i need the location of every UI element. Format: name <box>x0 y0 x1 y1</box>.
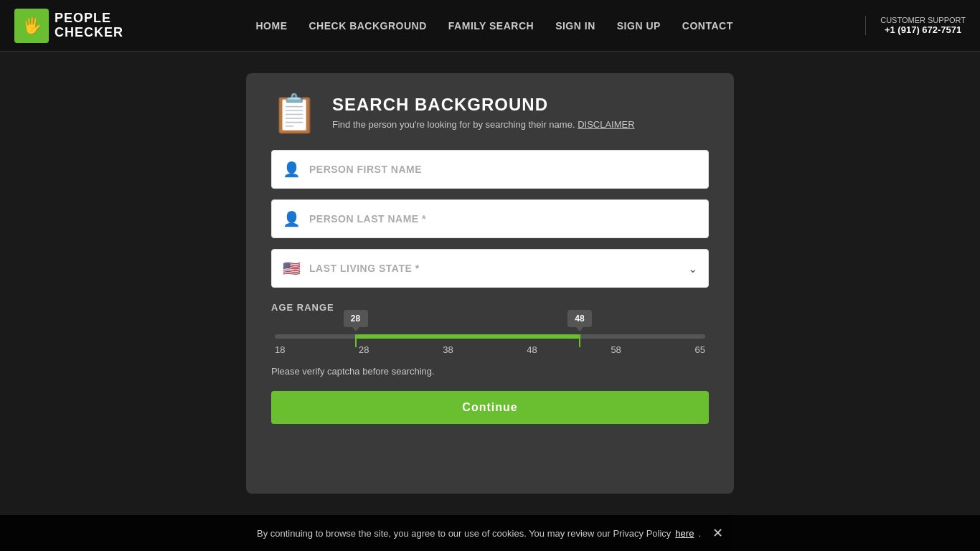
slider-thumb-min[interactable]: 28 <box>344 310 368 327</box>
person-icon-1: 👤 <box>283 161 301 178</box>
first-name-input[interactable] <box>309 164 697 175</box>
logo-text: PEOPLE CHECKER <box>55 11 123 40</box>
search-card: 📋 SEARCH BACKGROUND Find the person you'… <box>246 73 734 494</box>
support-phone: +1 (917) 672-7571 <box>885 24 961 35</box>
thumb-line-left <box>355 334 357 347</box>
disclaimer-link[interactable]: DISCLAIMER <box>578 119 634 130</box>
continue-button[interactable]: Continue <box>271 391 709 424</box>
nav-sign-in[interactable]: SIGN IN <box>555 20 595 32</box>
cookie-close-button[interactable]: ✕ <box>712 527 723 540</box>
cookie-period: . <box>698 528 701 539</box>
nav-family-search[interactable]: FAMILY SEARCH <box>448 20 534 32</box>
card-subtitle: Find the person you're looking for by se… <box>332 119 635 130</box>
nav-links: HOME CHECK BACKGROUND FAMILY SEARCH SIGN… <box>255 20 732 32</box>
nav-home[interactable]: HOME <box>255 20 287 32</box>
customer-support: CUSTOMER SUPPORT +1 (917) 672-7571 <box>865 16 966 35</box>
logo-line1: PEOPLE <box>55 11 123 26</box>
logo-icon: 🖐 <box>14 9 49 43</box>
clipboard-icon: 📋 <box>271 95 318 132</box>
flag-icon: 🇺🇸 <box>283 260 301 277</box>
main-content: 📋 SEARCH BACKGROUND Find the person you'… <box>0 52 980 515</box>
age-range-label: AGE RANGE <box>271 302 709 313</box>
nav-check-background[interactable]: CHECK BACKGROUND <box>308 20 426 32</box>
slider-marks: 18 28 38 48 58 65 <box>275 344 705 355</box>
last-name-input[interactable] <box>309 213 697 225</box>
card-header: 📋 SEARCH BACKGROUND Find the person you'… <box>271 95 709 132</box>
person-icon-2: 👤 <box>283 210 301 227</box>
logo-line2: CHECKER <box>55 26 123 40</box>
age-mark-18: 18 <box>275 344 285 355</box>
age-mark-38: 38 <box>443 344 453 355</box>
age-range-slider[interactable]: 28 48 18 28 38 48 58 65 <box>275 334 705 355</box>
captcha-note: Please verify captcha before searching. <box>271 366 709 377</box>
age-mark-28: 28 <box>359 344 369 355</box>
chevron-down-icon: ⌄ <box>688 262 697 276</box>
state-select[interactable]: LAST LIVING STATE * Alabama Alaska Arizo… <box>309 263 688 274</box>
slider-thumb-max[interactable]: 48 <box>567 310 592 327</box>
slider-fill <box>356 334 580 339</box>
cookie-privacy-link[interactable]: here <box>675 528 694 539</box>
nav-contact[interactable]: CONTACT <box>682 20 733 32</box>
thumb-line-right <box>579 334 580 347</box>
first-name-field: 👤 <box>271 150 709 189</box>
age-mark-65: 65 <box>694 344 705 355</box>
cookie-banner: By continuing to browse the site, you ag… <box>0 515 980 551</box>
support-label: CUSTOMER SUPPORT <box>880 16 966 24</box>
navbar: 🖐 PEOPLE CHECKER HOME CHECK BACKGROUND F… <box>0 0 980 52</box>
card-title: SEARCH BACKGROUND <box>332 95 635 115</box>
cookie-message: By continuing to browse the site, you ag… <box>257 528 671 539</box>
age-mark-58: 58 <box>611 344 621 355</box>
last-name-field: 👤 <box>271 199 709 238</box>
age-mark-48: 48 <box>527 344 537 355</box>
card-title-block: SEARCH BACKGROUND Find the person you're… <box>332 95 635 130</box>
nav-sign-up[interactable]: SIGN UP <box>617 20 661 32</box>
logo[interactable]: 🖐 PEOPLE CHECKER <box>14 9 123 43</box>
slider-track: 28 48 <box>275 334 705 339</box>
state-select-field: 🇺🇸 LAST LIVING STATE * Alabama Alaska Ar… <box>271 249 709 288</box>
